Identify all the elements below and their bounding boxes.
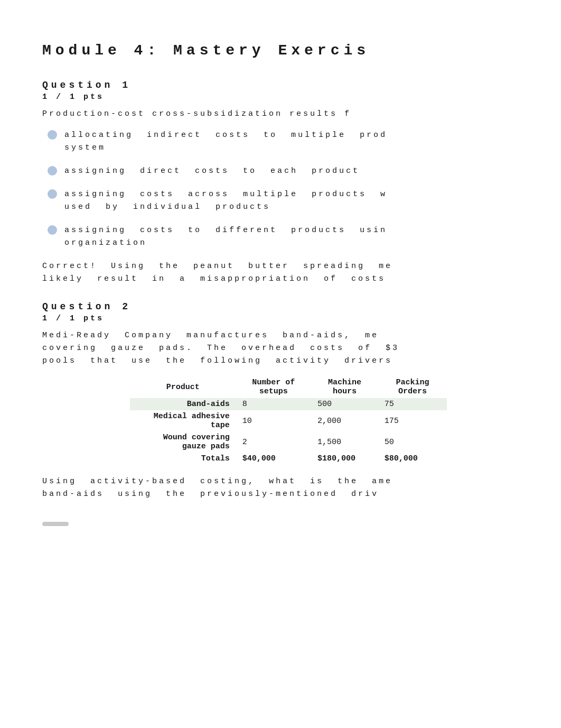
packing-gauze-pads: 50 bbox=[378, 431, 447, 453]
setups-gauze-pads: 2 bbox=[236, 431, 311, 453]
totals-machine-hours: $180,000 bbox=[311, 453, 378, 465]
packing-medical-tape: 175 bbox=[378, 410, 447, 431]
col-header-packing-orders: Packing Orders bbox=[378, 376, 447, 398]
col-header-product: Product bbox=[130, 376, 236, 398]
hours-medical-tape: 2,000 bbox=[311, 410, 378, 431]
totals-setups: $40,000 bbox=[236, 453, 311, 465]
option-c-bullet bbox=[48, 189, 57, 199]
question-2-header: Question 2 bbox=[42, 301, 535, 312]
question-1-text: Production-cost cross-subsidization resu… bbox=[42, 108, 535, 121]
question-2-intro: Medi-Ready Company manufactures band-aid… bbox=[42, 329, 535, 367]
table-row-totals: Totals $40,000 $180,000 $80,000 bbox=[130, 453, 447, 465]
question-1-header: Question 1 bbox=[42, 80, 535, 90]
question-1-section: Question 1 1 / 1 pts Production-cost cro… bbox=[42, 80, 535, 285]
page-title: Module 4: Mastery Exercis bbox=[42, 42, 535, 59]
col-header-machine-hours: Machine hours bbox=[311, 376, 378, 398]
setups-medical-tape: 10 bbox=[236, 410, 311, 431]
totals-label: Totals bbox=[130, 453, 236, 465]
option-d[interactable]: assigning costs to different products us… bbox=[42, 224, 535, 250]
product-bandaids: Band-aids bbox=[130, 398, 236, 410]
correct-feedback: Correct! Using the peanut butter spreadi… bbox=[42, 260, 535, 285]
option-c[interactable]: assigning costs across multiple products… bbox=[42, 188, 535, 214]
option-b-bullet bbox=[48, 166, 57, 176]
question-2-points: 1 / 1 pts bbox=[42, 314, 535, 323]
product-medical-tape: Medical adhesive tape bbox=[130, 410, 236, 431]
data-table: Product Number of setups Machine hours P… bbox=[130, 376, 447, 465]
table-row: Band-aids 8 500 75 bbox=[130, 398, 447, 410]
option-b-text: assigning direct costs to each product bbox=[64, 165, 360, 178]
scroll-indicator bbox=[42, 522, 69, 526]
hours-gauze-pads: 1,500 bbox=[311, 431, 378, 453]
option-d-text: assigning costs to different products us… bbox=[64, 224, 387, 250]
col-header-setups: Number of setups bbox=[236, 376, 311, 398]
product-gauze-pads: Wound covering gauze pads bbox=[130, 431, 236, 453]
question-1-points: 1 / 1 pts bbox=[42, 93, 535, 102]
option-d-bullet bbox=[48, 225, 57, 235]
option-b[interactable]: assigning direct costs to each product bbox=[42, 165, 535, 178]
question-2-section: Question 2 1 / 1 pts Medi-Ready Company … bbox=[42, 301, 535, 501]
table-row: Medical adhesive tape 10 2,000 175 bbox=[130, 410, 447, 431]
setups-bandaids: 8 bbox=[236, 398, 311, 410]
option-a-text: allocating indirect costs to multiple pr… bbox=[64, 129, 387, 154]
table-row: Wound covering gauze pads 2 1,500 50 bbox=[130, 431, 447, 453]
option-c-text: assigning costs across multiple products… bbox=[64, 188, 387, 214]
totals-packing-orders: $80,000 bbox=[378, 453, 447, 465]
option-a-bullet bbox=[48, 130, 57, 140]
question-2-bottom-text: Using activity-based costing, what is th… bbox=[42, 475, 535, 501]
packing-bandaids: 75 bbox=[378, 398, 447, 410]
option-a[interactable]: allocating indirect costs to multiple pr… bbox=[42, 129, 535, 154]
hours-bandaids: 500 bbox=[311, 398, 378, 410]
